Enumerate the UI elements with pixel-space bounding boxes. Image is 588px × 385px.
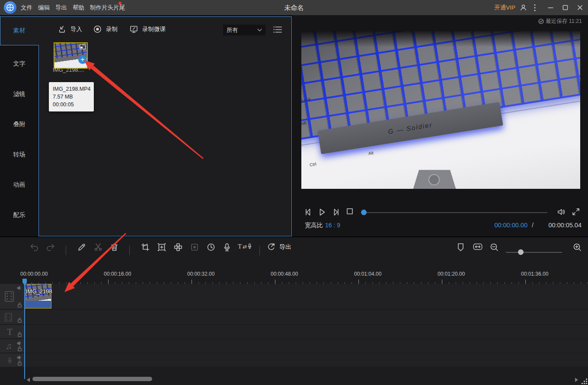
timeline-clip[interactable]: IMG_2198 [25,284,51,309]
preview-info-row: 宽高比 16 : 9 00:00:00.00 / 00:00:05.04 [293,222,588,234]
lock-icon[interactable] [17,318,22,323]
zoom-out-icon[interactable] [490,243,499,251]
timeline-zoom-handle[interactable] [518,249,524,255]
fit-timeline-icon[interactable] [473,243,483,251]
lock-icon[interactable] [17,332,22,337]
chevron-down-icon [257,29,262,32]
clip-label: IMG_2198 [26,288,54,295]
timeline-ruler[interactable]: 00:00:00.00 00:00:16.00 00:00:32.00 00:0… [0,267,588,285]
stop-button[interactable] [346,208,353,215]
delete-icon[interactable] [110,243,118,251]
tooltip-filesize: 7.57 MB [53,93,90,101]
ruler-label: 00:00:16.00 [104,271,131,277]
marker-icon[interactable] [457,243,464,252]
mute-icon[interactable] [17,286,22,290]
resize-grip[interactable] [581,378,588,385]
mute-icon[interactable] [17,341,22,346]
ruler-label: 00:01:04.00 [354,271,381,277]
timecode-separator: / [532,222,534,229]
last-saved-indicator: 最近保存 11:21 [538,18,582,25]
previous-frame-button[interactable] [304,208,313,216]
video-track[interactable] [0,284,588,309]
horizontal-scrollbar[interactable] [32,377,152,381]
add-to-timeline-button[interactable]: + [78,55,87,64]
mosaic-icon[interactable] [174,243,182,251]
edit-icon[interactable] [77,243,86,251]
media-item-tooltip: IMG_2198.MP4 7.57 MB 00:00:05 [49,82,94,111]
music-track-header: ♫ [0,339,25,353]
timeline-zoom-slider[interactable] [506,252,562,253]
lock-icon[interactable] [17,360,22,366]
overlay-track-header [0,310,25,324]
lock-icon[interactable] [17,302,22,308]
export-label: 导出 [279,243,291,251]
voiceover-icon[interactable] [223,243,231,252]
media-filter-dropdown[interactable]: 所有 [223,25,265,35]
zoom-frame-icon[interactable] [157,243,166,251]
overlay-track[interactable] [0,310,588,324]
text-track-icon: T [7,327,13,337]
preview-progress-bar[interactable] [364,212,547,213]
more-menu-icon[interactable] [528,0,541,15]
import-icon [58,25,66,33]
undo-icon[interactable] [29,243,39,251]
sidebar-item-overlays[interactable]: 叠附 [0,118,38,130]
record-icon [93,25,102,33]
ruler-label: 00:01:36.00 [521,271,548,277]
clip-audio-strip [25,301,51,308]
sidebar-item-text[interactable]: 文字 [0,58,38,70]
scroll-left-arrow[interactable] [27,378,30,382]
redo-icon[interactable] [46,243,55,251]
duration-icon[interactable] [207,243,215,251]
tooltip-duration: 00:00:05 [53,101,90,108]
fullscreen-icon[interactable] [572,208,580,216]
sidebar-item-animation[interactable]: 动画 [0,179,38,191]
aspect-ratio-label: 宽高比 [305,222,323,229]
crop-icon[interactable] [141,243,150,251]
import-button[interactable]: 导入 [58,25,82,33]
minimize-button[interactable] [544,0,557,15]
sidebar-item-filters[interactable]: 滤镜 [0,88,38,100]
cut-icon[interactable] [94,243,102,251]
video-track-header [0,284,25,309]
lock-icon[interactable] [17,346,22,351]
record-screen-button[interactable]: 录制微课 [130,25,166,33]
preview-panel: 最近保存 11:21 Esc Tab Caps Lock Shift G — S… [293,15,588,236]
playhead-line [24,280,25,379]
sidebar-item-transitions[interactable]: 转场 [0,149,38,161]
text-track[interactable]: T [0,325,588,338]
freeze-frame-icon[interactable] [190,243,199,251]
vip-button[interactable]: 开通VIP [494,0,515,15]
screen-record-icon [130,25,138,33]
music-track[interactable]: ♫ [0,339,588,353]
tooltip-filename: IMG_2198.MP4 [53,85,90,93]
voiceover-track-header [0,353,25,367]
voiceover-track[interactable] [0,353,588,367]
preview-progress-handle[interactable] [361,210,367,215]
volume-icon[interactable] [557,208,566,216]
play-button[interactable] [318,208,326,216]
zoom-in-icon[interactable] [573,243,582,251]
text-to-speech-icon[interactable]: T ⇄ [238,243,252,250]
close-button[interactable] [573,0,586,15]
mute-icon[interactable] [17,355,22,360]
media-toolbar: 导入 录制 录制微课 所有 [39,16,292,42]
maximize-button[interactable] [559,0,572,15]
check-circle-icon [538,19,544,24]
preview-popup-icon[interactable] [80,45,86,49]
record-button[interactable]: 录制 [93,25,118,33]
record-screen-label: 录制微课 [142,25,166,33]
sidebar-item-media[interactable]: 素材 [0,16,38,45]
ruler-label: 00:00:48.00 [271,271,298,277]
sidebar-item-music[interactable]: 配乐 [0,209,38,221]
aspect-ratio-value[interactable]: 16 : 9 [325,222,340,229]
media-panel [0,16,292,236]
account-icon[interactable] [517,0,530,15]
timeline-export-button[interactable]: 导出 [267,243,291,251]
list-view-icon[interactable] [273,26,282,33]
next-frame-button[interactable] [332,208,340,216]
timeline-panel: T ⇄ 导出 00:00:00.00 00:00:16.00 00:00:32.… [0,236,588,385]
scroll-right-arrow[interactable] [575,378,578,382]
photo-brand-text: G — Soldier [387,121,433,135]
music-track-icon: ♫ [6,342,12,350]
